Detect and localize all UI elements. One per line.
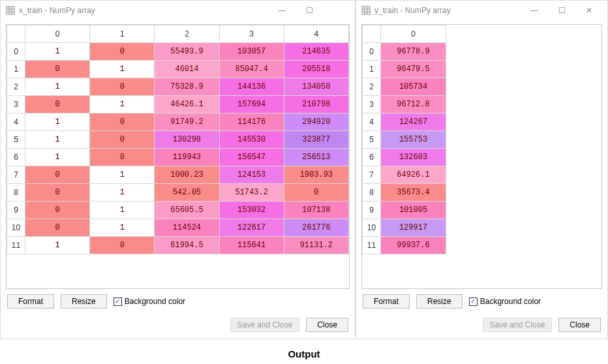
- cell[interactable]: 155753: [381, 131, 446, 149]
- cell[interactable]: 132603: [381, 149, 446, 166]
- cell[interactable]: 75328.9: [155, 78, 219, 96]
- cell[interactable]: 64926.1: [381, 166, 446, 184]
- row-header[interactable]: 7: [363, 166, 381, 184]
- cell[interactable]: 122617: [219, 219, 284, 237]
- cell[interactable]: 96778.9: [381, 43, 446, 61]
- row-header[interactable]: 3: [7, 96, 25, 114]
- cell[interactable]: 0: [25, 166, 90, 184]
- cell[interactable]: 1: [90, 202, 155, 219]
- cell[interactable]: 46426.1: [155, 96, 219, 114]
- cell[interactable]: 0: [90, 131, 155, 149]
- row-header[interactable]: 4: [363, 114, 381, 131]
- col-header[interactable]: 0: [25, 25, 90, 43]
- cell[interactable]: 91749.2: [155, 114, 219, 131]
- cell[interactable]: 0: [90, 114, 155, 131]
- cell[interactable]: 0: [284, 184, 348, 202]
- cell[interactable]: 0: [25, 184, 90, 202]
- col-header[interactable]: 1: [90, 25, 155, 43]
- cell[interactable]: 0: [25, 96, 90, 114]
- cell[interactable]: 1: [90, 96, 155, 114]
- cell[interactable]: 114176: [219, 114, 284, 131]
- row-header[interactable]: 5: [363, 131, 381, 149]
- bgcolor-checkbox[interactable]: ✓ Background color: [469, 297, 541, 306]
- row-header[interactable]: 10: [363, 219, 381, 237]
- cell[interactable]: 105734: [381, 78, 446, 96]
- row-header[interactable]: 4: [7, 114, 25, 131]
- cell[interactable]: 1: [25, 149, 90, 166]
- row-header[interactable]: 5: [7, 131, 25, 149]
- cell[interactable]: 115641: [219, 237, 284, 254]
- cell[interactable]: 210798: [284, 96, 348, 114]
- close-icon[interactable]: ✕: [576, 2, 602, 19]
- cell[interactable]: 51743.2: [219, 184, 284, 202]
- cell[interactable]: 124153: [219, 166, 284, 184]
- resize-button[interactable]: Resize: [61, 294, 107, 309]
- cell[interactable]: 542.05: [155, 184, 219, 202]
- row-header[interactable]: 2: [363, 78, 381, 96]
- row-header[interactable]: 9: [363, 202, 381, 219]
- cell[interactable]: 1: [25, 78, 90, 96]
- cell[interactable]: 85047.4: [219, 61, 284, 78]
- close-button[interactable]: Close: [306, 318, 348, 332]
- cell[interactable]: 261776: [284, 219, 348, 237]
- row-header[interactable]: 11: [7, 237, 25, 254]
- row-header[interactable]: 1: [7, 61, 25, 78]
- cell[interactable]: 96712.8: [381, 96, 446, 114]
- row-header[interactable]: 10: [7, 219, 25, 237]
- col-header[interactable]: 2: [155, 25, 219, 43]
- cell[interactable]: 99937.6: [381, 237, 446, 254]
- cell[interactable]: 145530: [219, 131, 284, 149]
- cell[interactable]: 1: [90, 61, 155, 78]
- cell[interactable]: 153032: [219, 202, 284, 219]
- row-header[interactable]: 6: [363, 149, 381, 166]
- row-header[interactable]: 7: [7, 166, 25, 184]
- cell[interactable]: 205518: [284, 61, 348, 78]
- resize-button[interactable]: Resize: [416, 294, 463, 309]
- cell[interactable]: 55493.9: [155, 43, 219, 61]
- bgcolor-checkbox[interactable]: ✓ Background color: [114, 297, 185, 306]
- cell[interactable]: 1: [90, 219, 155, 237]
- minimize-button[interactable]: —: [521, 2, 547, 19]
- cell[interactable]: 0: [90, 149, 155, 166]
- cell[interactable]: 129917: [381, 219, 446, 237]
- cell[interactable]: 91131.2: [284, 237, 348, 254]
- row-header[interactable]: 2: [7, 78, 25, 96]
- array-grid-scroll[interactable]: 0123401055493.91030572146351014601485047…: [6, 24, 350, 289]
- cell[interactable]: 0: [90, 43, 155, 61]
- cell[interactable]: 46014: [155, 61, 219, 78]
- cell[interactable]: 101005: [381, 202, 446, 219]
- col-header[interactable]: 4: [284, 25, 348, 43]
- format-button[interactable]: Format: [7, 294, 54, 309]
- row-header[interactable]: 11: [363, 237, 381, 254]
- row-header[interactable]: 0: [7, 43, 25, 61]
- cell[interactable]: 134050: [284, 78, 348, 96]
- minimize-button[interactable]: —: [269, 2, 295, 19]
- cell[interactable]: 0: [90, 78, 155, 96]
- cell[interactable]: 65605.5: [155, 202, 219, 219]
- cell[interactable]: 119943: [155, 149, 219, 166]
- cell[interactable]: 323877: [284, 131, 348, 149]
- cell[interactable]: 114524: [155, 219, 219, 237]
- cell[interactable]: 256513: [284, 149, 348, 166]
- cell[interactable]: 1: [90, 166, 155, 184]
- cell[interactable]: 61994.5: [155, 237, 219, 254]
- row-header[interactable]: 9: [7, 202, 25, 219]
- cell[interactable]: 1: [25, 114, 90, 131]
- cell[interactable]: 156547: [219, 149, 284, 166]
- cell[interactable]: 107138: [284, 202, 348, 219]
- cell[interactable]: 130298: [155, 131, 219, 149]
- row-header[interactable]: 8: [363, 184, 381, 202]
- array-grid-scroll[interactable]: 0096778.9196479.52105734396712.841242675…: [361, 24, 602, 289]
- cell[interactable]: 0: [25, 61, 90, 78]
- cell[interactable]: 96479.5: [381, 61, 446, 78]
- cell[interactable]: 0: [25, 219, 90, 237]
- cell[interactable]: 1: [25, 237, 90, 254]
- cell[interactable]: 294920: [284, 114, 348, 131]
- cell[interactable]: 1903.93: [284, 166, 348, 184]
- cell[interactable]: 157694: [219, 96, 284, 114]
- cell[interactable]: 1: [25, 43, 90, 61]
- row-header[interactable]: 3: [363, 96, 381, 114]
- cell[interactable]: 0: [90, 237, 155, 254]
- cell[interactable]: 214635: [284, 43, 348, 61]
- row-header[interactable]: 0: [363, 43, 381, 61]
